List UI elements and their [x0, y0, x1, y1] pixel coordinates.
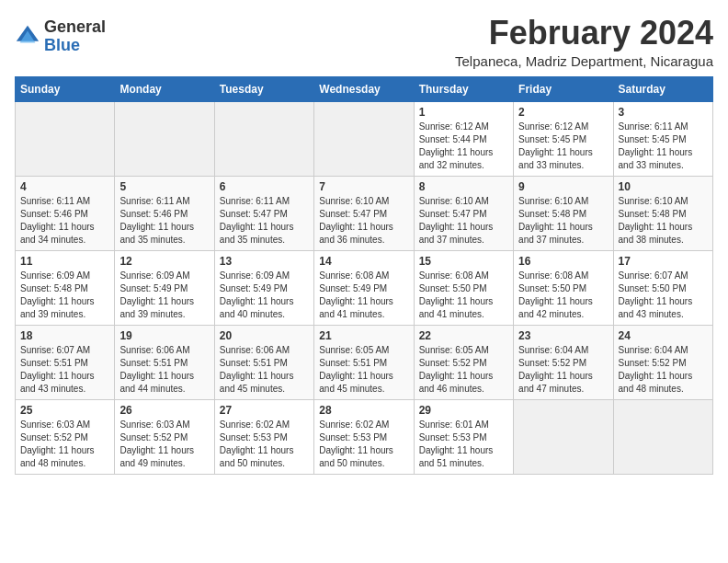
day-info: Sunrise: 6:10 AM Sunset: 5:47 PM Dayligh…: [319, 195, 408, 247]
calendar-subtitle: Telpaneca, Madriz Department, Nicaragua: [455, 53, 713, 69]
calendar-table: SundayMondayTuesdayWednesdayThursdayFrid…: [15, 76, 713, 475]
calendar-cell: 24Sunrise: 6:04 AM Sunset: 5:52 PM Dayli…: [613, 325, 712, 399]
day-number: 3: [619, 106, 708, 119]
day-info: Sunrise: 6:11 AM Sunset: 5:45 PM Dayligh…: [619, 121, 708, 172]
day-info: Sunrise: 6:11 AM Sunset: 5:46 PM Dayligh…: [20, 195, 109, 247]
day-number: 8: [419, 180, 508, 193]
calendar-header-row: SundayMondayTuesdayWednesdayThursdayFrid…: [16, 76, 713, 101]
logo: General Blue: [15, 18, 106, 55]
calendar-cell: 25Sunrise: 6:03 AM Sunset: 5:52 PM Dayli…: [16, 399, 115, 474]
day-number: 24: [619, 329, 708, 342]
calendar-cell: 23Sunrise: 6:04 AM Sunset: 5:52 PM Dayli…: [514, 325, 613, 399]
day-info: Sunrise: 6:06 AM Sunset: 5:51 PM Dayligh…: [119, 344, 209, 396]
calendar-week-row: 11Sunrise: 6:09 AM Sunset: 5:48 PM Dayli…: [16, 250, 713, 325]
day-info: Sunrise: 6:09 AM Sunset: 5:48 PM Dayligh…: [20, 270, 109, 321]
calendar-week-row: 4Sunrise: 6:11 AM Sunset: 5:46 PM Daylig…: [16, 176, 713, 250]
calendar-cell: 12Sunrise: 6:09 AM Sunset: 5:49 PM Dayli…: [115, 250, 214, 325]
calendar-cell: 4Sunrise: 6:11 AM Sunset: 5:46 PM Daylig…: [16, 176, 115, 250]
calendar-cell: 11Sunrise: 6:09 AM Sunset: 5:48 PM Dayli…: [16, 250, 115, 325]
header-day-tuesday: Tuesday: [214, 76, 313, 101]
day-number: 22: [419, 329, 508, 342]
day-number: 10: [619, 180, 708, 193]
calendar-cell: 16Sunrise: 6:08 AM Sunset: 5:50 PM Dayli…: [514, 250, 613, 325]
calendar-cell: 14Sunrise: 6:08 AM Sunset: 5:49 PM Dayli…: [314, 250, 414, 325]
day-info: Sunrise: 6:08 AM Sunset: 5:50 PM Dayligh…: [518, 270, 608, 321]
calendar-body: 1Sunrise: 6:12 AM Sunset: 5:44 PM Daylig…: [16, 101, 713, 474]
header-day-sunday: Sunday: [16, 76, 115, 101]
day-info: Sunrise: 6:09 AM Sunset: 5:49 PM Dayligh…: [220, 270, 309, 321]
day-number: 25: [20, 404, 109, 417]
day-info: Sunrise: 6:03 AM Sunset: 5:52 PM Dayligh…: [119, 419, 209, 470]
calendar-cell: 10Sunrise: 6:10 AM Sunset: 5:48 PM Dayli…: [613, 176, 712, 250]
day-info: Sunrise: 6:11 AM Sunset: 5:46 PM Dayligh…: [119, 195, 209, 247]
day-number: 21: [319, 329, 408, 342]
calendar-cell: 20Sunrise: 6:06 AM Sunset: 5:51 PM Dayli…: [214, 325, 313, 399]
day-number: 11: [20, 255, 109, 268]
calendar-week-row: 25Sunrise: 6:03 AM Sunset: 5:52 PM Dayli…: [16, 399, 713, 474]
calendar-cell: 17Sunrise: 6:07 AM Sunset: 5:50 PM Dayli…: [613, 250, 712, 325]
calendar-cell: 15Sunrise: 6:08 AM Sunset: 5:50 PM Dayli…: [414, 250, 513, 325]
header-day-friday: Friday: [514, 76, 613, 101]
day-number: 5: [119, 180, 209, 193]
day-info: Sunrise: 6:11 AM Sunset: 5:47 PM Dayligh…: [220, 195, 309, 247]
calendar-cell: 7Sunrise: 6:10 AM Sunset: 5:47 PM Daylig…: [314, 176, 414, 250]
calendar-cell: 6Sunrise: 6:11 AM Sunset: 5:47 PM Daylig…: [214, 176, 313, 250]
calendar-cell: 28Sunrise: 6:02 AM Sunset: 5:53 PM Dayli…: [314, 399, 414, 474]
calendar-cell: 21Sunrise: 6:05 AM Sunset: 5:51 PM Dayli…: [314, 325, 414, 399]
calendar-cell: 19Sunrise: 6:06 AM Sunset: 5:51 PM Dayli…: [115, 325, 214, 399]
day-number: 6: [220, 180, 309, 193]
calendar-cell: [514, 399, 613, 474]
day-number: 2: [518, 106, 608, 119]
calendar-cell: 22Sunrise: 6:05 AM Sunset: 5:52 PM Dayli…: [414, 325, 513, 399]
day-number: 29: [419, 404, 508, 417]
day-info: Sunrise: 6:07 AM Sunset: 5:50 PM Dayligh…: [619, 270, 708, 321]
day-number: 4: [20, 180, 109, 193]
calendar-cell: 29Sunrise: 6:01 AM Sunset: 5:53 PM Dayli…: [414, 399, 513, 474]
day-number: 14: [319, 255, 408, 268]
title-area: February 2024 Telpaneca, Madriz Departme…: [455, 15, 713, 69]
calendar-cell: 27Sunrise: 6:02 AM Sunset: 5:53 PM Dayli…: [214, 399, 313, 474]
calendar-cell: 18Sunrise: 6:07 AM Sunset: 5:51 PM Dayli…: [16, 325, 115, 399]
header-day-saturday: Saturday: [613, 76, 712, 101]
day-number: 18: [20, 329, 109, 342]
day-number: 16: [518, 255, 608, 268]
calendar-cell: 13Sunrise: 6:09 AM Sunset: 5:49 PM Dayli…: [214, 250, 313, 325]
day-info: Sunrise: 6:01 AM Sunset: 5:53 PM Dayligh…: [419, 419, 508, 470]
day-number: 9: [518, 180, 608, 193]
day-number: 17: [619, 255, 708, 268]
day-number: 13: [220, 255, 309, 268]
calendar-cell: [613, 399, 712, 474]
day-info: Sunrise: 6:12 AM Sunset: 5:44 PM Dayligh…: [419, 121, 508, 172]
day-info: Sunrise: 6:04 AM Sunset: 5:52 PM Dayligh…: [619, 344, 708, 396]
logo-general: General: [44, 17, 106, 36]
day-info: Sunrise: 6:07 AM Sunset: 5:51 PM Dayligh…: [20, 344, 109, 396]
logo-blue: Blue: [44, 36, 80, 54]
calendar-cell: 26Sunrise: 6:03 AM Sunset: 5:52 PM Dayli…: [115, 399, 214, 474]
logo-icon: [15, 24, 40, 50]
calendar-cell: [16, 101, 115, 176]
day-number: 27: [220, 404, 309, 417]
day-number: 20: [220, 329, 309, 342]
day-info: Sunrise: 6:05 AM Sunset: 5:52 PM Dayligh…: [419, 344, 508, 396]
day-info: Sunrise: 6:08 AM Sunset: 5:49 PM Dayligh…: [319, 270, 408, 321]
day-info: Sunrise: 6:05 AM Sunset: 5:51 PM Dayligh…: [319, 344, 408, 396]
day-info: Sunrise: 6:03 AM Sunset: 5:52 PM Dayligh…: [20, 419, 109, 470]
day-info: Sunrise: 6:06 AM Sunset: 5:51 PM Dayligh…: [220, 344, 309, 396]
calendar-cell: 2Sunrise: 6:12 AM Sunset: 5:45 PM Daylig…: [514, 101, 613, 176]
calendar-week-row: 18Sunrise: 6:07 AM Sunset: 5:51 PM Dayli…: [16, 325, 713, 399]
day-info: Sunrise: 6:10 AM Sunset: 5:48 PM Dayligh…: [619, 195, 708, 247]
calendar-cell: [314, 101, 414, 176]
day-number: 12: [119, 255, 209, 268]
day-number: 19: [119, 329, 209, 342]
day-info: Sunrise: 6:10 AM Sunset: 5:47 PM Dayligh…: [419, 195, 508, 247]
calendar-title: February 2024: [455, 15, 713, 52]
day-number: 23: [518, 329, 608, 342]
header-day-wednesday: Wednesday: [314, 76, 414, 101]
calendar-cell: 5Sunrise: 6:11 AM Sunset: 5:46 PM Daylig…: [115, 176, 214, 250]
day-info: Sunrise: 6:02 AM Sunset: 5:53 PM Dayligh…: [319, 419, 408, 470]
calendar-cell: [115, 101, 214, 176]
day-number: 7: [319, 180, 408, 193]
day-info: Sunrise: 6:10 AM Sunset: 5:48 PM Dayligh…: [518, 195, 608, 247]
calendar-cell: 8Sunrise: 6:10 AM Sunset: 5:47 PM Daylig…: [414, 176, 513, 250]
day-info: Sunrise: 6:12 AM Sunset: 5:45 PM Dayligh…: [518, 121, 608, 172]
